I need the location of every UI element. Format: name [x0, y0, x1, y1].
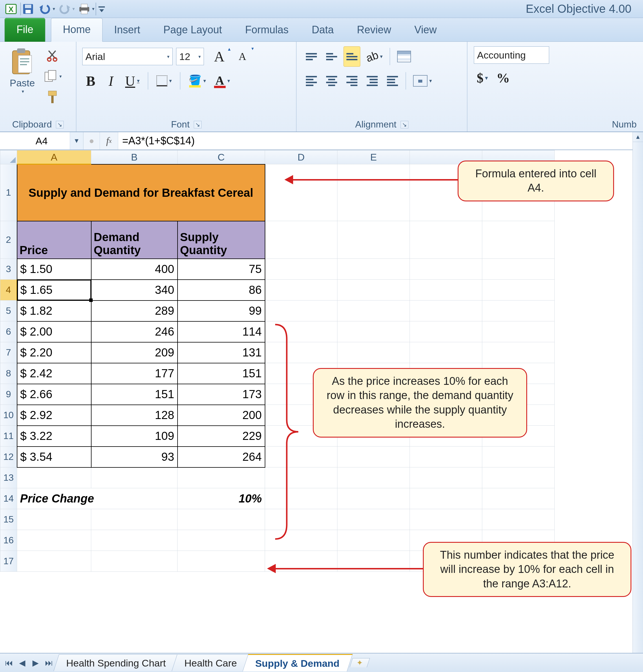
tab-formulas[interactable]: Formulas [233, 19, 300, 42]
sheet-tab-active[interactable]: Supply & Demand [243, 654, 353, 671]
accounting-format-button[interactable]: $ [474, 68, 491, 88]
cell[interactable] [482, 446, 555, 467]
cell[interactable] [178, 467, 265, 488]
tab-file[interactable]: File [5, 18, 45, 42]
dropdown-icon[interactable]: ▾ [53, 6, 55, 12]
cell[interactable]: $ 1.82 [17, 300, 91, 321]
grow-font-button[interactable]: A [211, 46, 228, 67]
col-header-C[interactable]: C [178, 151, 265, 164]
tab-home[interactable]: Home [51, 18, 102, 42]
col-header-B[interactable]: B [91, 151, 178, 164]
align-center-button[interactable] [323, 71, 340, 91]
cancel-button[interactable]: ● [83, 132, 100, 149]
row-header[interactable]: 11 [0, 426, 17, 446]
cell[interactable] [482, 488, 555, 509]
cell[interactable] [337, 509, 410, 530]
row-header[interactable]: 10 [0, 405, 17, 426]
copy-button[interactable]: ▾ [44, 68, 62, 85]
row-header[interactable]: 14 [0, 488, 17, 509]
insert-function-button[interactable]: fx [100, 132, 118, 149]
cell[interactable] [337, 342, 410, 363]
cell-header-price[interactable]: Price [17, 221, 91, 259]
merge-center-button[interactable] [411, 71, 434, 91]
cell-price-change-value[interactable]: 10% [178, 488, 265, 509]
sheet-tab[interactable]: Health Care [172, 654, 250, 671]
vertical-scrollbar[interactable]: ▲ [633, 132, 643, 653]
increase-indent-button[interactable] [384, 71, 401, 91]
formula-input[interactable]: =A3*(1+$C$14) [118, 135, 643, 147]
cell[interactable]: 75 [178, 259, 265, 280]
row-header[interactable]: 15 [0, 509, 17, 530]
cell[interactable] [337, 259, 410, 280]
prev-sheet-button[interactable]: ◀ [16, 656, 29, 669]
tab-insert[interactable]: Insert [102, 19, 152, 42]
cell[interactable]: 289 [91, 300, 178, 321]
dropdown-icon[interactable]: ▾ [92, 6, 94, 12]
shrink-font-button[interactable]: A [234, 46, 251, 67]
cell[interactable]: $ 2.42 [17, 363, 91, 384]
cell[interactable]: $ 2.20 [17, 342, 91, 363]
cell[interactable] [410, 321, 482, 342]
cell[interactable] [337, 300, 410, 321]
cell[interactable] [410, 300, 482, 321]
cell[interactable]: 264 [178, 446, 265, 467]
cell[interactable]: 93 [91, 446, 178, 467]
cell[interactable] [410, 446, 482, 467]
cell-header-demand[interactable]: Demand Quantity [91, 221, 178, 259]
dialog-launcher-icon[interactable]: ↘ [56, 121, 64, 128]
percent-format-button[interactable]: % [494, 68, 512, 88]
row-header[interactable]: 13 [0, 467, 17, 488]
align-top-button[interactable] [303, 46, 320, 67]
undo-button[interactable]: ▾ [38, 3, 55, 15]
cell[interactable]: $ 2.92 [17, 405, 91, 426]
tab-data[interactable]: Data [300, 19, 345, 42]
row-header[interactable]: 4 [0, 280, 17, 300]
font-color-button[interactable]: A [212, 71, 232, 91]
cell[interactable] [91, 530, 178, 551]
cell[interactable] [482, 321, 555, 342]
cell[interactable] [482, 280, 555, 300]
bold-button[interactable]: B [82, 71, 99, 91]
dialog-launcher-icon[interactable]: ↘ [194, 121, 202, 128]
cell[interactable] [337, 280, 410, 300]
decrease-indent-button[interactable] [364, 71, 380, 91]
cell[interactable] [482, 509, 555, 530]
cell[interactable]: 131 [178, 342, 265, 363]
cell[interactable] [410, 467, 482, 488]
cell[interactable] [337, 467, 410, 488]
cell[interactable]: $ 3.22 [17, 426, 91, 446]
cell[interactable]: 86 [178, 280, 265, 300]
cell-title[interactable]: Supply and Demand for Breakfast Cereal [17, 164, 265, 221]
cell[interactable]: 114 [178, 321, 265, 342]
cell[interactable]: 177 [91, 363, 178, 384]
cell[interactable] [482, 259, 555, 280]
number-format-combo[interactable]: Accounting [474, 46, 549, 64]
cell[interactable]: $ 2.66 [17, 384, 91, 405]
align-middle-button[interactable] [323, 46, 340, 67]
cell[interactable] [178, 509, 265, 530]
fill-color-button[interactable]: 🪣 [186, 71, 208, 91]
active-cell[interactable]: $ 1.65 [17, 280, 91, 300]
scroll-up-button[interactable]: ▲ [633, 132, 643, 142]
row-header[interactable]: 16 [0, 530, 17, 551]
cell[interactable] [337, 446, 410, 467]
row-header[interactable]: 5 [0, 300, 17, 321]
col-header-D[interactable]: D [265, 151, 337, 164]
row-header[interactable]: 12 [0, 446, 17, 467]
cell-header-supply[interactable]: Supply Quantity [178, 221, 265, 259]
font-name-combo[interactable]: Arial▾ [82, 48, 173, 65]
next-sheet-button[interactable]: ▶ [29, 656, 42, 669]
cell-price-change-label[interactable]: Price Change [17, 488, 178, 509]
cell[interactable] [265, 259, 337, 280]
cell[interactable] [17, 530, 91, 551]
italic-button[interactable]: I [102, 71, 119, 91]
cell[interactable] [482, 221, 555, 259]
cut-button[interactable] [44, 47, 62, 64]
tab-page-layout[interactable]: Page Layout [152, 19, 233, 42]
wrap-text-button[interactable] [395, 46, 413, 67]
cell[interactable] [265, 300, 337, 321]
cell[interactable]: 229 [178, 426, 265, 446]
col-header-E[interactable]: E [337, 151, 410, 164]
redo-button[interactable]: ▾ [58, 3, 75, 15]
row-header[interactable]: 9 [0, 384, 17, 405]
